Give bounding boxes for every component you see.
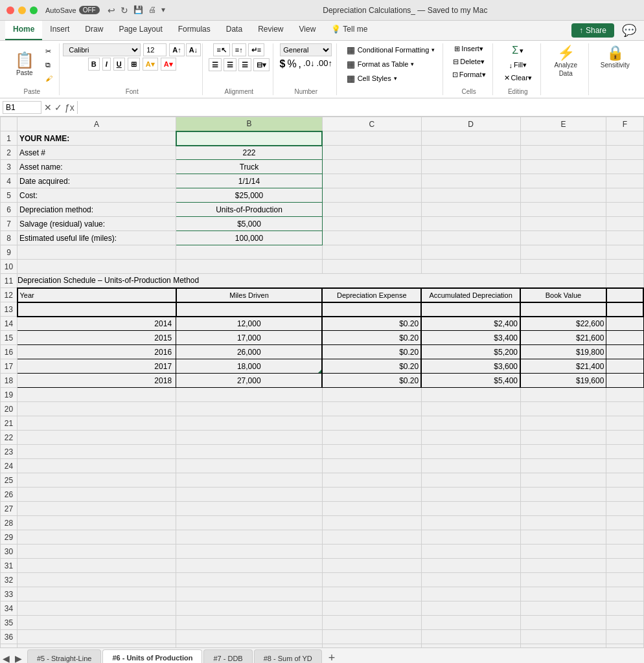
cell[interactable]: Depreciation Schedule – Units-of-Product… [17, 274, 606, 288]
currency-button[interactable]: $ [279, 58, 285, 70]
cell[interactable] [606, 345, 643, 359]
cell[interactable]: 18,000 [176, 359, 323, 374]
cell[interactable] [17, 630, 176, 644]
wrap-text-button[interactable]: ↵≡ [248, 43, 264, 56]
redo-icon[interactable]: ↻ [121, 5, 128, 16]
align-center-button[interactable]: ☰ [224, 58, 236, 71]
cell[interactable] [322, 630, 421, 644]
cell[interactable] [17, 459, 176, 473]
cell[interactable] [520, 302, 606, 317]
cell[interactable] [322, 445, 421, 459]
cell[interactable] [322, 388, 421, 402]
cell[interactable] [520, 431, 606, 445]
cell-reference-box[interactable]: B1 [3, 101, 41, 114]
cell[interactable] [606, 174, 643, 188]
cell[interactable] [322, 459, 421, 473]
cell[interactable] [421, 516, 520, 530]
minimize-button[interactable] [18, 6, 26, 14]
cell[interactable] [606, 573, 643, 587]
align-right-button[interactable]: ☰ [238, 58, 251, 71]
cell[interactable] [17, 260, 176, 274]
cell[interactable] [421, 473, 520, 488]
cell[interactable] [421, 260, 520, 274]
decrease-decimal-button[interactable]: .0↓ [303, 58, 314, 70]
cell[interactable] [176, 388, 323, 402]
cell[interactable] [322, 502, 421, 516]
cell[interactable] [520, 160, 606, 174]
cell[interactable] [520, 245, 606, 260]
cell[interactable] [520, 559, 606, 573]
cell[interactable] [520, 502, 606, 516]
sensitivity-button[interactable]: 🔒 Sensitivity [595, 43, 635, 71]
analyze-data-button[interactable]: ⚡ Analyze Data [549, 43, 582, 80]
cell[interactable] [176, 573, 323, 587]
cell[interactable] [606, 473, 643, 488]
cell[interactable]: Miles Driven [176, 288, 323, 302]
cell[interactable]: Year [17, 288, 176, 302]
print-icon[interactable]: 🖨 [148, 5, 156, 16]
undo-icon[interactable]: ↩ [108, 5, 115, 16]
decrease-font-button[interactable]: A↓ [186, 43, 201, 56]
cell[interactable] [606, 359, 643, 374]
cell[interactable] [176, 260, 323, 274]
cell[interactable] [322, 545, 421, 559]
cell[interactable]: 12,000 [176, 317, 323, 331]
cell[interactable] [421, 644, 520, 648]
cell[interactable] [606, 502, 643, 516]
cell[interactable] [17, 388, 176, 402]
cell[interactable] [176, 402, 323, 416]
cell[interactable] [421, 188, 520, 203]
cell[interactable]: Accumulated Depreciation [421, 288, 520, 302]
cell[interactable] [421, 488, 520, 502]
cell[interactable] [17, 473, 176, 488]
cell[interactable]: $2,400 [421, 317, 520, 331]
cell[interactable]: $0.20 [322, 374, 421, 388]
cell[interactable] [17, 516, 176, 530]
cell[interactable] [322, 431, 421, 445]
tab-view[interactable]: View [292, 21, 324, 40]
cell[interactable]: 2017 [17, 359, 176, 374]
more-icon[interactable]: ▾ [161, 5, 165, 16]
cell[interactable] [421, 502, 520, 516]
cell[interactable]: 17,000 [176, 331, 323, 345]
sheet-tab-8[interactable]: #8 - Sum of YD [254, 649, 322, 664]
cell[interactable]: Cost: [17, 188, 176, 203]
cell[interactable] [322, 402, 421, 416]
cell[interactable] [520, 459, 606, 473]
cell[interactable]: $3,600 [421, 359, 520, 374]
cell[interactable] [606, 131, 643, 146]
autosave-toggle[interactable]: OFF [79, 6, 100, 14]
cell[interactable] [606, 160, 643, 174]
cell[interactable] [520, 601, 606, 616]
border-button[interactable]: ⊞ [128, 58, 140, 71]
cell[interactable]: $21,400 [520, 359, 606, 374]
share-button[interactable]: ↑ Share [571, 23, 614, 38]
col-header-E[interactable]: E [520, 117, 606, 131]
cell[interactable] [520, 644, 606, 648]
cell[interactable] [176, 587, 323, 601]
cell[interactable] [176, 459, 323, 473]
cell[interactable] [17, 644, 176, 648]
tab-formulas[interactable]: Formulas [170, 21, 218, 40]
cell[interactable] [322, 217, 421, 231]
cell[interactable] [176, 245, 323, 260]
cell[interactable] [421, 302, 520, 317]
cell[interactable] [520, 587, 606, 601]
font-name-select[interactable]: Calibri [63, 43, 141, 56]
cell[interactable]: $19,800 [520, 345, 606, 359]
cell[interactable]: Book Value [520, 288, 606, 302]
align-top-left-button[interactable]: ≡↖ [213, 43, 229, 56]
cell[interactable] [176, 431, 323, 445]
cell[interactable] [520, 203, 606, 217]
cell[interactable] [606, 317, 643, 331]
cell[interactable] [421, 131, 520, 146]
cell[interactable] [606, 245, 643, 260]
tab-page-layout[interactable]: Page Layout [111, 21, 170, 40]
cell[interactable] [322, 245, 421, 260]
cell[interactable] [520, 545, 606, 559]
cell[interactable]: $19,600 [520, 374, 606, 388]
cell[interactable] [606, 217, 643, 231]
cell[interactable] [17, 416, 176, 431]
cell[interactable] [17, 587, 176, 601]
copy-button[interactable]: ⧉ [43, 60, 55, 71]
